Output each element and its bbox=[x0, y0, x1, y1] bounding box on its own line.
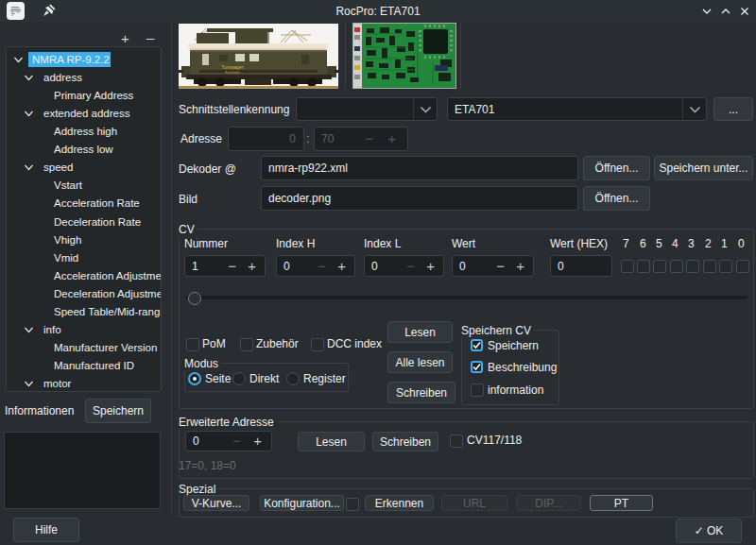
svg-text:Reichsbahn: Reichsbahn bbox=[225, 71, 240, 75]
svg-text:Turmwagen: Turmwagen bbox=[221, 65, 244, 70]
